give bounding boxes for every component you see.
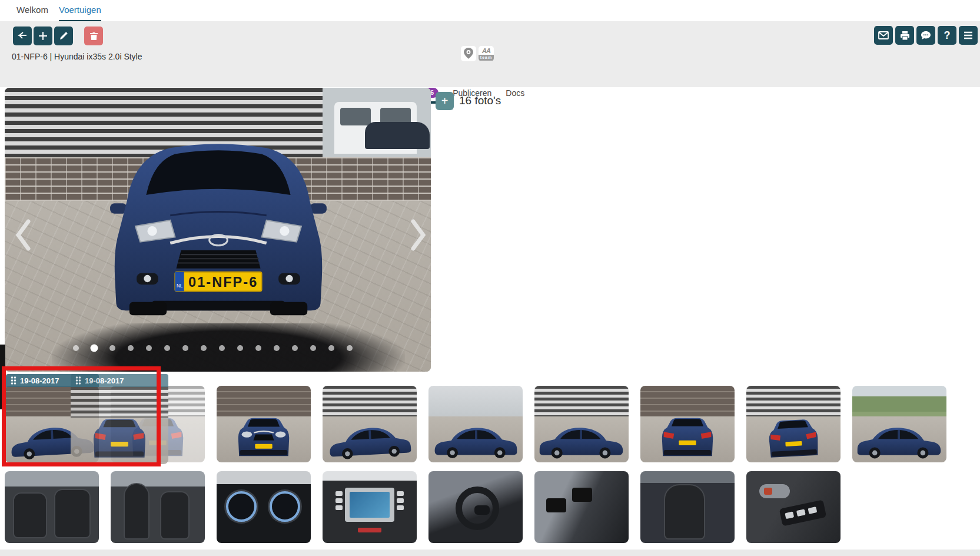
carousel-dots	[73, 345, 353, 351]
drag-preview-image	[71, 387, 168, 464]
photo-thumbnail-16[interactable]	[640, 471, 735, 543]
thumbnail-date: 19-08-2017	[20, 376, 59, 385]
carousel-dot[interactable]	[146, 345, 152, 351]
carousel-dot[interactable]	[274, 345, 280, 351]
photo-thumbnail-15[interactable]	[534, 471, 629, 543]
carousel-dot[interactable]	[255, 345, 261, 351]
carousel-dot[interactable]	[182, 345, 188, 351]
aa-logo-text: AA	[482, 47, 490, 55]
carousel-prev-button[interactable]	[14, 219, 32, 251]
back-button[interactable]	[13, 27, 32, 45]
trash-icon	[89, 31, 98, 41]
tab-welkom[interactable]: Welkom	[16, 5, 48, 20]
license-plate: NL 01-NFP-6	[175, 272, 261, 292]
car-rear-side-view	[431, 422, 520, 459]
printer-icon	[900, 31, 910, 41]
carousel-dot[interactable]	[237, 345, 243, 351]
background-car	[365, 122, 430, 149]
carousel-dot[interactable]	[328, 345, 334, 351]
photo-thumbnail-8[interactable]	[746, 386, 841, 462]
aa-logo-subtext: team	[479, 55, 494, 61]
envelope-icon	[878, 31, 889, 39]
photo-count-label: 16 foto's	[459, 94, 501, 107]
drag-handle-icon	[11, 376, 16, 385]
chat-bubble-icon	[921, 31, 931, 41]
carousel-dot[interactable]	[109, 345, 115, 351]
app-window: Welkom Voertuigen ? 01-NFP-6	[0, 0, 980, 556]
print-button[interactable]	[895, 26, 914, 45]
photo-thumbnail-10[interactable]	[5, 471, 99, 543]
carousel-dot[interactable]	[347, 345, 353, 351]
steering-hub	[474, 505, 490, 515]
front-seats-photo	[111, 471, 205, 543]
window-tab-bar: Welkom Voertuigen	[0, 0, 980, 21]
window-switches	[779, 499, 827, 526]
photo-thumbnail-4[interactable]	[323, 386, 417, 462]
speedometer	[226, 491, 257, 522]
photo-thumbnail-14[interactable]	[428, 471, 523, 543]
dashboard-vents	[546, 498, 566, 512]
delete-button[interactable]	[84, 27, 103, 45]
photo-thumbnail-12[interactable]	[217, 471, 311, 543]
plus-icon	[38, 31, 48, 41]
photo-thumbnail-7[interactable]	[640, 386, 735, 462]
add-photo-button[interactable]: +	[436, 92, 454, 110]
drag-handle-icon	[75, 376, 81, 385]
screenshot-artifact-strip	[0, 345, 5, 409]
photo-thumbnail-13[interactable]	[323, 471, 417, 543]
tab-docs[interactable]: Docs	[506, 88, 524, 104]
map-pin-icon	[464, 48, 473, 59]
edit-button[interactable]	[54, 27, 73, 45]
rear-seats-photo	[5, 471, 99, 543]
drag-preview-date-header: 19-08-2017	[71, 374, 168, 387]
car-front-right-view	[325, 420, 414, 461]
navigation-screen	[345, 488, 394, 522]
car-rear-view	[655, 415, 720, 459]
front-seat-photo	[640, 471, 735, 543]
help-button[interactable]: ?	[938, 26, 956, 45]
car-front-view	[231, 415, 296, 459]
add-button[interactable]	[34, 27, 52, 45]
plate-country-label: NL	[177, 283, 183, 289]
carousel-dot-active[interactable]	[91, 345, 98, 352]
tachometer	[270, 491, 300, 522]
tab-label: Docs	[506, 88, 524, 98]
door-handle	[759, 484, 790, 498]
carousel-dot[interactable]	[219, 345, 225, 351]
photo-carousel: NL 01-NFP-6	[5, 88, 431, 372]
car-side-view	[537, 422, 626, 459]
tab-voertuigen[interactable]: Voertuigen	[59, 5, 101, 22]
menu-button[interactable]	[959, 26, 978, 45]
carousel-dot[interactable]	[292, 345, 298, 351]
photo-thumbnail-17[interactable]	[746, 471, 841, 543]
car-side-profile-view	[855, 422, 944, 459]
back-arrow-icon	[17, 31, 28, 41]
drag-preview[interactable]: 19-08-2017	[71, 374, 168, 464]
main-photo-car-front: NL 01-NFP-6	[80, 120, 357, 326]
carousel-dot[interactable]	[73, 345, 79, 351]
location-publish-button[interactable]	[461, 46, 476, 61]
drag-preview-date: 19-08-2017	[85, 376, 124, 385]
pencil-icon	[59, 31, 68, 41]
mail-button[interactable]	[874, 26, 893, 45]
page-footer-strip	[0, 550, 980, 556]
question-mark-icon: ?	[944, 29, 951, 42]
carousel-dot[interactable]	[201, 345, 207, 351]
header: ? 01-NFP-6 | Hyundai ix35s 2.0i Style AA…	[0, 21, 980, 87]
chat-button[interactable]	[916, 26, 935, 45]
hamburger-menu-icon	[964, 31, 973, 39]
carousel-dot[interactable]	[164, 345, 170, 351]
photo-thumbnail-9[interactable]	[852, 386, 946, 462]
photo-thumbnail-3[interactable]	[217, 386, 311, 462]
car-rear-quarter-view	[87, 416, 152, 461]
photo-thumbnail-11[interactable]	[111, 471, 205, 543]
aa-team-publish-button[interactable]: AA team	[479, 46, 494, 61]
photo-thumbnail-5[interactable]	[428, 386, 523, 462]
carousel-dot[interactable]	[128, 345, 134, 351]
vehicle-title: 01-NFP-6 | Hyundai ix35s 2.0i Style	[12, 52, 142, 61]
photo-thumbnail-6[interactable]	[534, 386, 629, 462]
car-rear-right-view	[757, 416, 829, 461]
carousel-next-button[interactable]	[410, 219, 427, 251]
plate-number: 01-NFP-6	[188, 274, 258, 290]
carousel-dot[interactable]	[310, 345, 316, 351]
